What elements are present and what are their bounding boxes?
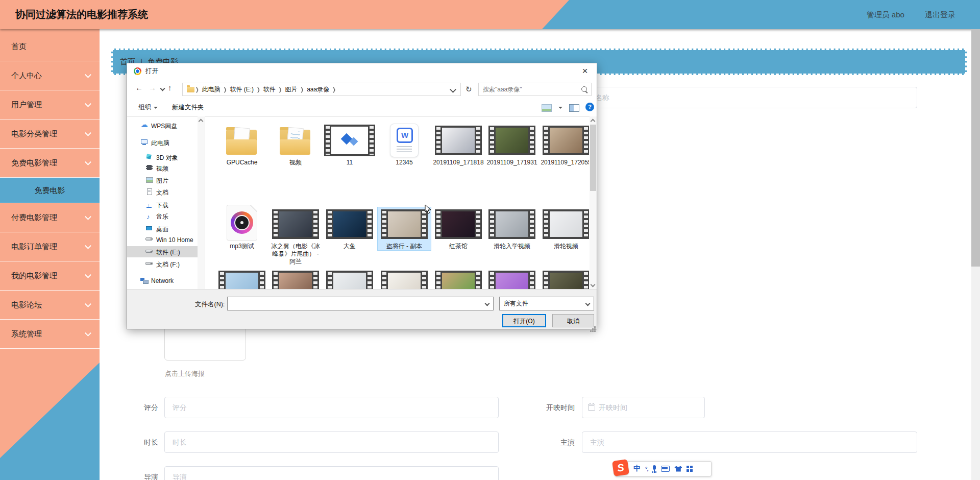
tree-item-此电脑[interactable]: 此电脑 bbox=[127, 137, 205, 148]
help-icon[interactable]: ? bbox=[585, 103, 594, 111]
grid-scroll-down-icon[interactable] bbox=[591, 282, 596, 287]
history-chevron-icon[interactable] bbox=[160, 86, 165, 91]
movie-name-input[interactable] bbox=[573, 87, 917, 108]
resize-grip[interactable] bbox=[594, 326, 596, 328]
path-separator-icon[interactable]: ❯ bbox=[332, 86, 336, 92]
microphone-icon[interactable] bbox=[652, 465, 656, 472]
file-大鱼[interactable]: 大鱼 bbox=[323, 207, 376, 250]
open-button[interactable]: 打开(O) bbox=[502, 314, 546, 327]
path-segment[interactable]: aaa录像 bbox=[304, 85, 332, 94]
sidebar-item-电影分类管理[interactable]: 电影分类管理 bbox=[0, 119, 100, 149]
file-item[interactable] bbox=[432, 269, 485, 289]
file-item[interactable] bbox=[323, 269, 376, 289]
page-scrollbar-thumb[interactable] bbox=[971, 29, 980, 267]
path-segment[interactable]: 软件 bbox=[260, 85, 279, 94]
tree-item-桌面[interactable]: 桌面 bbox=[127, 223, 205, 234]
duration-input[interactable] bbox=[164, 431, 499, 453]
file-item[interactable] bbox=[378, 269, 431, 289]
organize-button[interactable]: 组织 bbox=[138, 99, 158, 116]
file-盗将行 - 副本[interactable]: 盗将行 - 副本 bbox=[378, 207, 431, 250]
path-segment[interactable]: 软件 (E:) bbox=[227, 85, 257, 94]
file-label: 20191109_171931 bbox=[485, 159, 538, 166]
file-mp3测试[interactable]: mp3测试 bbox=[215, 207, 268, 250]
file-滑轮入学视频[interactable]: 滑轮入学视频 bbox=[485, 207, 538, 250]
page-scrollbar[interactable] bbox=[971, 29, 980, 480]
logout-link[interactable]: 退出登录 bbox=[925, 10, 955, 19]
grid-scroll-up-icon[interactable] bbox=[591, 119, 596, 124]
up-icon[interactable]: ↑ bbox=[168, 83, 172, 92]
tree-item-Win 10 Home[interactable]: Win 10 Home bbox=[127, 234, 205, 245]
tree-item-视频[interactable]: 视频 bbox=[127, 162, 205, 174]
file-11[interactable]: 11 bbox=[323, 124, 376, 166]
sidebar-item-我的电影管理[interactable]: 我的电影管理 bbox=[0, 261, 100, 291]
path-separator-icon[interactable]: ❯ bbox=[300, 86, 304, 92]
file-12345[interactable]: 12345 bbox=[378, 124, 431, 166]
refresh-icon[interactable]: ↻ bbox=[465, 85, 472, 93]
file-item[interactable] bbox=[540, 269, 589, 289]
forward-icon[interactable]: → bbox=[149, 83, 156, 92]
path-separator-icon[interactable]: ❯ bbox=[279, 86, 282, 92]
file-item[interactable] bbox=[485, 269, 538, 289]
rating-input[interactable] bbox=[164, 397, 499, 418]
sidebar-item-首页[interactable]: 首页 bbox=[0, 32, 100, 61]
skin-icon[interactable] bbox=[674, 466, 682, 472]
file-视频[interactable]: 视频 bbox=[269, 124, 322, 166]
preview-pane-icon[interactable] bbox=[569, 104, 579, 112]
tree-item-Network[interactable]: Network bbox=[127, 275, 205, 286]
search-input[interactable] bbox=[479, 83, 591, 95]
new-folder-button[interactable]: 新建文件夹 bbox=[172, 99, 204, 116]
tree-scroll-up-icon[interactable] bbox=[199, 119, 204, 124]
tree-item-下载[interactable]: 下载 bbox=[127, 199, 205, 210]
file-冰之翼（电影《冰峰暴》片尾曲） - 阿兰[interactable]: 冰之翼（电影《冰峰暴》片尾曲） - 阿兰 bbox=[269, 207, 322, 266]
tree-item-软件 (E:)[interactable]: 软件 (E:) bbox=[127, 246, 205, 257]
sogou-logo-icon[interactable]: S bbox=[612, 459, 629, 476]
tree-scrollbar[interactable] bbox=[198, 116, 205, 289]
sidebar-item-电影论坛[interactable]: 电影论坛 bbox=[0, 291, 100, 320]
path-separator-icon[interactable]: ❯ bbox=[195, 86, 199, 92]
path-segment[interactable]: 图片 bbox=[282, 85, 300, 94]
address-breadcrumb-bar[interactable]: ❯此电脑❯软件 (E:)❯软件❯图片❯aaa录像❯ bbox=[182, 83, 461, 96]
file-grid-scrollbar[interactable] bbox=[590, 116, 597, 289]
toolbox-icon[interactable] bbox=[687, 466, 693, 472]
file-红茶馆[interactable]: 红茶馆 bbox=[432, 207, 485, 250]
release-time-input[interactable] bbox=[582, 397, 705, 418]
ime-punctuation-icon[interactable]: °, bbox=[645, 466, 648, 472]
view-thumbnails-icon[interactable] bbox=[542, 104, 552, 112]
sidebar-item-付费电影管理[interactable]: 付费电影管理 bbox=[0, 203, 100, 232]
back-icon[interactable]: ← bbox=[135, 83, 143, 92]
sidebar-item-免费电影管理[interactable]: 免费电影管理 bbox=[0, 149, 100, 178]
view-options-caret-icon[interactable] bbox=[558, 107, 562, 109]
tree-item-文档[interactable]: 文档 bbox=[127, 186, 205, 198]
address-dropdown-chevron-icon[interactable] bbox=[450, 86, 456, 93]
keyboard-icon[interactable] bbox=[661, 466, 670, 472]
tree-item-WPS网盘[interactable]: WPS网盘 bbox=[127, 120, 205, 131]
tree-item-音乐[interactable]: 音乐 bbox=[127, 210, 205, 222]
filetype-combo[interactable]: 所有文件 bbox=[499, 297, 594, 310]
poster-upload-tip[interactable]: 点击上传海报 bbox=[165, 369, 205, 378]
grid-scrollbar-thumb[interactable] bbox=[590, 125, 596, 191]
sidebar-item-免费电影[interactable]: 免费电影 bbox=[0, 178, 100, 203]
starring-input[interactable] bbox=[582, 431, 917, 453]
tree-item-文档 (F:)[interactable]: 文档 (F:) bbox=[127, 258, 205, 270]
sidebar-item-个人中心[interactable]: 个人中心 bbox=[0, 61, 100, 90]
ime-mode-chinese[interactable]: 中 bbox=[633, 464, 641, 473]
path-segment[interactable]: 此电脑 bbox=[199, 85, 224, 94]
path-separator-icon[interactable]: ❯ bbox=[224, 86, 227, 92]
sidebar-item-用户管理[interactable]: 用户管理 bbox=[0, 90, 100, 119]
tree-item-3D 对象[interactable]: 3D 对象 bbox=[127, 152, 205, 163]
sidebar-item-系统管理[interactable]: 系统管理 bbox=[0, 320, 100, 349]
file-item[interactable] bbox=[269, 269, 322, 289]
close-icon[interactable]: × bbox=[578, 64, 592, 78]
sidebar-item-电影订单管理[interactable]: 电影订单管理 bbox=[0, 232, 100, 261]
director-input[interactable] bbox=[164, 466, 499, 480]
file-20191109_172055[interactable]: 20191109_172055 bbox=[540, 124, 589, 166]
file-GPUCache[interactable]: GPUCache bbox=[215, 124, 268, 166]
filename-input[interactable] bbox=[228, 297, 493, 310]
path-separator-icon[interactable]: ❯ bbox=[257, 86, 260, 92]
file-item[interactable] bbox=[215, 269, 268, 289]
file-滑轮视频[interactable]: 滑轮视频 bbox=[540, 207, 589, 250]
cancel-button[interactable]: 取消 bbox=[552, 314, 594, 327]
tree-item-图片[interactable]: 图片 bbox=[127, 175, 205, 186]
file-20191109_171818[interactable]: 20191109_171818 bbox=[432, 124, 485, 166]
file-20191109_171931[interactable]: 20191109_171931 bbox=[485, 124, 538, 166]
